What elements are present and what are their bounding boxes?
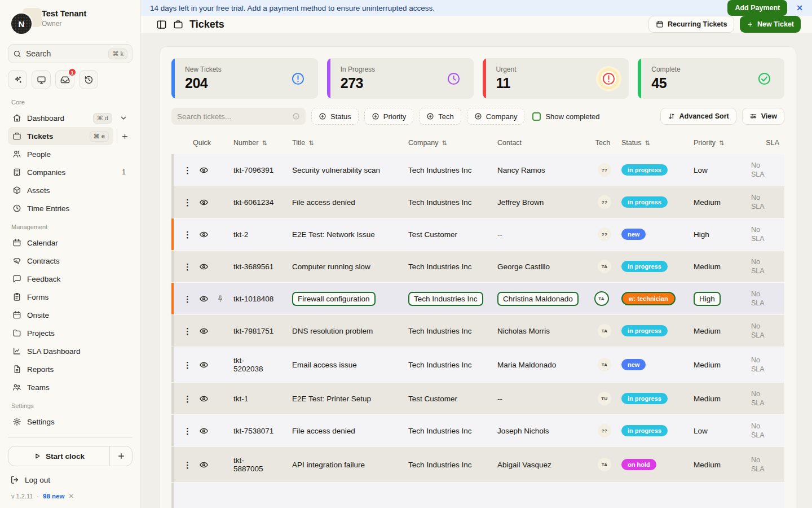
sort-icon[interactable]: ⇅ (442, 139, 447, 147)
sort-icon[interactable]: ⇅ (719, 139, 724, 147)
version-row: v 1.2.11 · 98 new ✕ (8, 492, 133, 500)
row-preview-button[interactable] (199, 198, 209, 207)
ticket-company-text: Test Customer (408, 395, 457, 403)
sidebar-toggle-button[interactable] (156, 19, 167, 30)
new-ticket-button[interactable]: New Ticket (740, 16, 801, 33)
sidebar-item-sla-dashboard[interactable]: SLA Dashboard (8, 342, 133, 360)
ticket-row[interactable]: ⋮tkt-1E2E Test: Printer SetupTest Custom… (171, 383, 784, 414)
sidebar-item-onsite[interactable]: Onsite (8, 306, 133, 324)
advanced-sort-button[interactable]: Advanced Sort (660, 108, 736, 125)
ticket-contact-editbox[interactable]: Christina Maldonado (497, 292, 579, 306)
row-menu-button[interactable]: ⋮ (183, 361, 192, 369)
history-button[interactable] (79, 70, 98, 89)
global-search[interactable]: Search ⌘ k (8, 44, 133, 63)
ticket-row[interactable]: ⋮tkt-3689561Computer running slowTech In… (171, 251, 784, 282)
ticket-row[interactable]: ⋮tkt-1018408Firewall configurationTech I… (171, 283, 784, 314)
sort-icon[interactable]: ⇅ (645, 139, 650, 147)
recurring-tickets-button[interactable]: Recurring Tickets (648, 16, 734, 33)
row-menu-button[interactable]: ⋮ (183, 327, 192, 335)
column-header-number[interactable]: Number⇅ (233, 139, 292, 147)
row-preview-button[interactable] (199, 165, 209, 175)
quick-action-bar: 1 (8, 70, 133, 89)
row-preview-button[interactable] (199, 426, 209, 436)
row-preview-button[interactable] (199, 262, 209, 271)
row-menu-button[interactable]: ⋮ (183, 461, 192, 469)
tech-avatar[interactable]: TA (594, 291, 609, 306)
filter-chip-status[interactable]: Status (311, 108, 359, 125)
row-menu-button[interactable]: ⋮ (183, 166, 192, 174)
sort-icon[interactable]: ⇅ (308, 139, 314, 147)
row-menu-button[interactable]: ⋮ (183, 262, 192, 271)
ticket-row-partial[interactable] (171, 483, 784, 508)
sidebar-item-label: Calendar (27, 239, 128, 247)
row-preview-button[interactable] (199, 360, 209, 370)
ticket-row[interactable]: ⋮tkt-7981751DNS resolution problemTech I… (171, 315, 784, 347)
show-completed-checkbox[interactable] (532, 112, 541, 121)
ticket-row[interactable]: ⋮tkt-7538071File access deniedTech Indus… (171, 415, 784, 446)
add-payment-button[interactable]: Add Payment (727, 0, 787, 16)
ticket-row[interactable]: ⋮tkt-5202038Email access issueTech Indus… (171, 347, 784, 382)
sidebar-item-assets[interactable]: Assets (8, 181, 133, 199)
sidebar-item-dashboard[interactable]: Dashboard⌘ d (8, 109, 133, 127)
filter-chip-company[interactable]: Company (467, 108, 525, 125)
sidebar-item-projects[interactable]: Projects (8, 324, 133, 342)
ticket-search[interactable] (171, 108, 306, 125)
row-menu-button[interactable]: ⋮ (183, 295, 192, 303)
sidebar-item-people[interactable]: People (8, 145, 133, 163)
ticket-company-editbox[interactable]: Tech Industries Inc (408, 292, 483, 306)
sidebar-item-reports[interactable]: Reports (8, 360, 133, 378)
ticket-title-editbox[interactable]: Firewall configuration (292, 292, 376, 306)
sidebar-item-forms[interactable]: Forms (8, 288, 133, 306)
ticket-title: API integration failure (292, 461, 408, 469)
version-dismiss-icon[interactable]: ✕ (68, 492, 74, 500)
column-header-title[interactable]: Title⇅ (292, 139, 408, 147)
monitor-button[interactable] (32, 70, 51, 89)
start-clock-button[interactable]: Start clock (8, 446, 109, 466)
filter-chip-tech[interactable]: Tech (419, 108, 461, 125)
tenant-header[interactable]: N Test Tenant Owner (8, 7, 133, 38)
row-menu-button[interactable]: ⋮ (183, 230, 192, 239)
priority-value: Medium (694, 361, 721, 369)
logout-button[interactable]: Log out (8, 475, 52, 484)
sidebar-item-teams[interactable]: Teams (8, 378, 133, 396)
inbox-button[interactable]: 1 (55, 70, 74, 89)
column-header-company[interactable]: Company⇅ (408, 139, 497, 147)
whats-new-link[interactable]: 98 new (43, 493, 64, 500)
column-header-priority[interactable]: Priority⇅ (694, 139, 751, 147)
row-menu-button[interactable]: ⋮ (183, 198, 192, 207)
column-header-status[interactable]: Status⇅ (621, 139, 694, 147)
row-preview-button[interactable] (199, 230, 209, 239)
row-menu-button[interactable]: ⋮ (183, 395, 192, 403)
ticket-search-input[interactable] (177, 112, 292, 121)
row-menu-button[interactable]: ⋮ (183, 427, 192, 435)
filter-chip-priority[interactable]: Priority (364, 108, 413, 125)
row-preview-button[interactable] (199, 394, 209, 404)
add-ticket-button[interactable] (117, 129, 133, 143)
banner-close-icon[interactable]: ✕ (796, 3, 803, 12)
sidebar-item-settings[interactable]: Settings (8, 413, 133, 431)
sidebar-item-time-entries[interactable]: Time Entries (8, 199, 133, 217)
priority-editbox[interactable]: High (694, 292, 721, 306)
add-time-entry-button[interactable] (109, 446, 132, 466)
sidebar-item-label: Dashboard (27, 114, 87, 122)
sidebar-item-contracts[interactable]: Contracts (8, 252, 133, 270)
quick-actions-cell: ⋮ (174, 165, 233, 175)
plus-icon (121, 132, 129, 141)
ticket-title-text: E2E Test: Network Issue (292, 230, 375, 239)
row-preview-button[interactable] (199, 294, 209, 304)
ticket-row[interactable]: ⋮tkt-2E2E Test: Network IssueTest Custom… (171, 218, 784, 250)
sidebar-item-feedback[interactable]: Feedback (8, 270, 133, 288)
ticket-row[interactable]: ⋮tkt-7096391Security vulnerability scanT… (171, 154, 784, 186)
sparkles-button[interactable] (8, 70, 27, 89)
sort-icon[interactable]: ⇅ (262, 139, 267, 147)
sidebar-item-calendar[interactable]: Calendar (8, 234, 133, 252)
ticket-row[interactable]: ⋮tkt-5887005API integration failureTech … (171, 447, 784, 482)
status-badge[interactable]: w: technician (621, 292, 676, 306)
show-completed-toggle[interactable]: Show completed (532, 112, 599, 121)
view-button[interactable]: View (742, 108, 784, 125)
row-preview-button[interactable] (199, 460, 209, 470)
ticket-row[interactable]: ⋮tkt-6061234File access deniedTech Indus… (171, 186, 784, 218)
sidebar-item-tickets[interactable]: Tickets⌘ e (8, 127, 113, 145)
row-preview-button[interactable] (199, 326, 209, 336)
sidebar-item-companies[interactable]: Companies1 (8, 163, 133, 181)
